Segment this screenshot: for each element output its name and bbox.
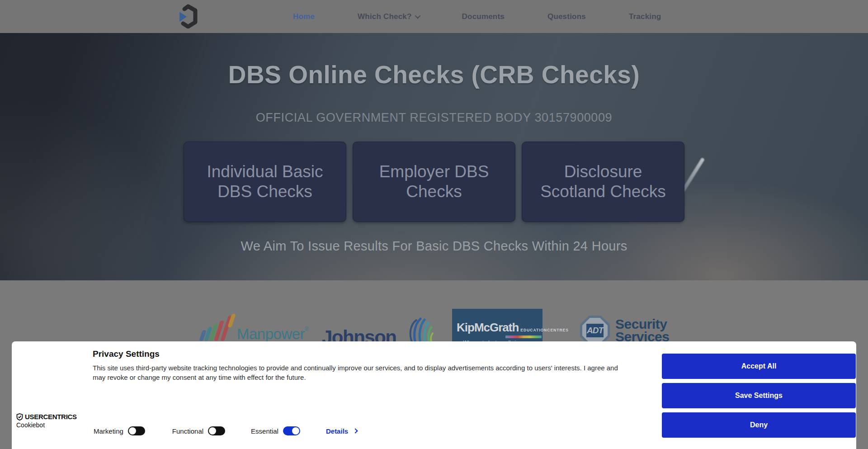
- usercentrics-brand: USERCENTRICS Cookiebot: [16, 413, 77, 429]
- chevron-right-icon: [353, 428, 358, 433]
- employer-dbs-checks-button[interactable]: Employer DBS Checks: [353, 142, 515, 222]
- functional-toggle-group: Functional: [172, 426, 225, 435]
- page: Home Which Check? Documents Questions Tr…: [0, 0, 868, 449]
- hero-button-row: Individual Basic DBS Checks Employer DBS…: [0, 142, 868, 222]
- nav-which-check-label: Which Check?: [358, 12, 412, 21]
- manpower-reg-mark: ®: [305, 326, 309, 332]
- marketing-toggle-group: Marketing: [94, 426, 145, 435]
- consent-toggle-row: Marketing Functional Essential Details: [94, 426, 357, 435]
- chevron-down-icon: [415, 13, 420, 19]
- manpower-logo: Manpower®: [198, 313, 309, 343]
- consent-button-column: Accept All Save Settings Deny: [662, 354, 856, 438]
- kipmcgrath-rainbow-bar: [505, 336, 542, 338]
- hero-tagline: We Aim To Issue Results For Basic DBS Ch…: [0, 239, 868, 254]
- nav-item-home[interactable]: Home: [293, 12, 315, 21]
- save-settings-button[interactable]: Save Settings: [662, 383, 856, 408]
- nav-documents-label: Documents: [462, 12, 505, 21]
- nav-questions-label: Questions: [547, 12, 586, 21]
- nav-item-tracking[interactable]: Tracking: [629, 12, 661, 21]
- adt-label: Security Services: [615, 318, 669, 344]
- nav-tracking-label: Tracking: [629, 12, 661, 21]
- manpower-wordmark: Manpower: [237, 326, 305, 342]
- functional-toggle[interactable]: [208, 426, 225, 435]
- manpower-bars-icon: [198, 313, 233, 343]
- disclosure-scotland-checks-button[interactable]: Disclosure Scotland Checks: [522, 142, 684, 222]
- cookiebot-label: Cookiebot: [16, 421, 77, 429]
- usercentrics-shield-icon: [16, 413, 23, 421]
- kipmcgrath-wordmark: KipMcGrath: [457, 321, 519, 335]
- privacy-settings-description: This site uses third-party website track…: [93, 363, 628, 383]
- marketing-label: Marketing: [94, 427, 123, 435]
- details-label: Details: [326, 427, 348, 435]
- nav-item-which-check[interactable]: Which Check?: [358, 12, 419, 21]
- privacy-settings-title: Privacy Settings: [93, 349, 160, 359]
- functional-label: Functional: [172, 427, 203, 435]
- adt-label-line1: Security: [615, 318, 669, 331]
- nav-item-documents[interactable]: Documents: [462, 12, 505, 21]
- nav-home-label: Home: [293, 12, 315, 21]
- nav-item-questions[interactable]: Questions: [547, 12, 586, 21]
- marketing-toggle[interactable]: [128, 426, 145, 435]
- kipmcgrath-suffix: EDUCATIONCENTRES: [520, 328, 569, 332]
- top-navigation-bar: Home Which Check? Documents Questions Tr…: [0, 0, 868, 33]
- page-title: DBS Online Checks (CRB Checks): [0, 60, 868, 89]
- essential-toggle-group: Essential: [251, 426, 300, 435]
- details-link[interactable]: Details: [326, 427, 357, 435]
- adt-letters: ADT: [587, 326, 603, 336]
- hero-subtitle: OFFICIAL GOVERNMENT REGISTERED BODY 3015…: [0, 111, 868, 125]
- usercentrics-wordmark: USERCENTRICS: [25, 413, 77, 421]
- individual-basic-dbs-checks-button[interactable]: Individual Basic DBS Checks: [184, 142, 346, 222]
- deny-button[interactable]: Deny: [662, 412, 856, 438]
- essential-toggle[interactable]: [283, 426, 300, 435]
- accept-all-button[interactable]: Accept All: [662, 354, 856, 379]
- hero-section: DBS Online Checks (CRB Checks) OFFICIAL …: [0, 33, 868, 280]
- cookie-consent-banner: Privacy Settings This site uses third-pa…: [12, 341, 856, 449]
- main-nav: Home Which Check? Documents Questions Tr…: [293, 0, 661, 33]
- essential-label: Essential: [251, 427, 278, 435]
- site-logo-icon[interactable]: [176, 4, 198, 28]
